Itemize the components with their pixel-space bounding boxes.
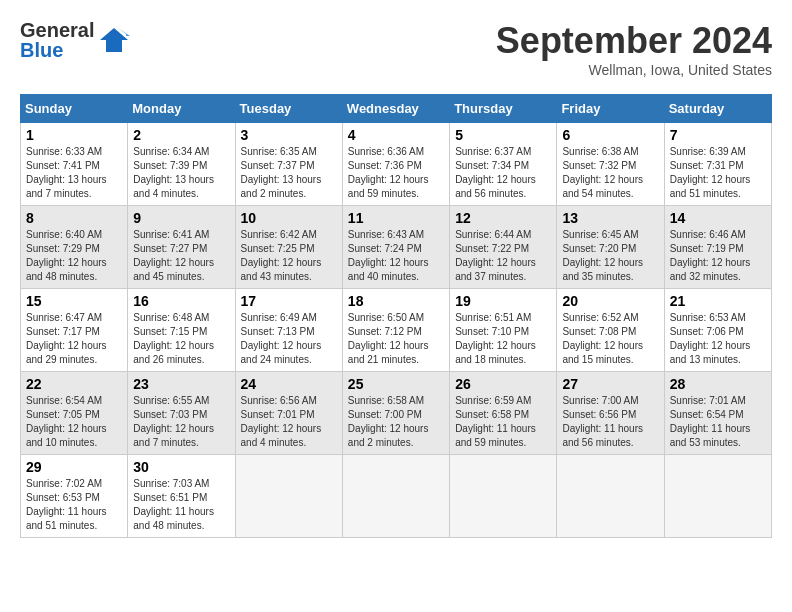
day-info: Sunrise: 6:45 AMSunset: 7:20 PMDaylight:… [562, 228, 658, 284]
calendar-cell: 4Sunrise: 6:36 AMSunset: 7:36 PMDaylight… [342, 123, 449, 206]
day-info: Sunrise: 6:59 AMSunset: 6:58 PMDaylight:… [455, 394, 551, 450]
col-header-thursday: Thursday [450, 95, 557, 123]
title-block: September 2024 Wellman, Iowa, United Sta… [496, 20, 772, 78]
day-number: 29 [26, 459, 122, 475]
day-info: Sunrise: 6:42 AMSunset: 7:25 PMDaylight:… [241, 228, 337, 284]
day-number: 20 [562, 293, 658, 309]
day-number: 18 [348, 293, 444, 309]
day-info: Sunrise: 6:48 AMSunset: 7:15 PMDaylight:… [133, 311, 229, 367]
calendar-cell: 28Sunrise: 7:01 AMSunset: 6:54 PMDayligh… [664, 372, 771, 455]
calendar-cell: 12Sunrise: 6:44 AMSunset: 7:22 PMDayligh… [450, 206, 557, 289]
day-info: Sunrise: 6:49 AMSunset: 7:13 PMDaylight:… [241, 311, 337, 367]
day-number: 26 [455, 376, 551, 392]
logo: General Blue [20, 20, 130, 60]
day-info: Sunrise: 6:44 AMSunset: 7:22 PMDaylight:… [455, 228, 551, 284]
day-info: Sunrise: 6:54 AMSunset: 7:05 PMDaylight:… [26, 394, 122, 450]
calendar-cell: 16Sunrise: 6:48 AMSunset: 7:15 PMDayligh… [128, 289, 235, 372]
day-info: Sunrise: 6:47 AMSunset: 7:17 PMDaylight:… [26, 311, 122, 367]
calendar-cell: 27Sunrise: 7:00 AMSunset: 6:56 PMDayligh… [557, 372, 664, 455]
day-info: Sunrise: 6:53 AMSunset: 7:06 PMDaylight:… [670, 311, 766, 367]
day-info: Sunrise: 6:51 AMSunset: 7:10 PMDaylight:… [455, 311, 551, 367]
day-info: Sunrise: 7:00 AMSunset: 6:56 PMDaylight:… [562, 394, 658, 450]
calendar-cell: 1Sunrise: 6:33 AMSunset: 7:41 PMDaylight… [21, 123, 128, 206]
calendar-week-row: 15Sunrise: 6:47 AMSunset: 7:17 PMDayligh… [21, 289, 772, 372]
calendar-cell: 15Sunrise: 6:47 AMSunset: 7:17 PMDayligh… [21, 289, 128, 372]
day-number: 3 [241, 127, 337, 143]
calendar-cell: 23Sunrise: 6:55 AMSunset: 7:03 PMDayligh… [128, 372, 235, 455]
day-number: 25 [348, 376, 444, 392]
calendar-cell: 13Sunrise: 6:45 AMSunset: 7:20 PMDayligh… [557, 206, 664, 289]
page-header: General Blue September 2024 Wellman, Iow… [20, 20, 772, 78]
day-number: 6 [562, 127, 658, 143]
day-info: Sunrise: 6:37 AMSunset: 7:34 PMDaylight:… [455, 145, 551, 201]
day-info: Sunrise: 6:40 AMSunset: 7:29 PMDaylight:… [26, 228, 122, 284]
day-info: Sunrise: 7:01 AMSunset: 6:54 PMDaylight:… [670, 394, 766, 450]
calendar-cell: 25Sunrise: 6:58 AMSunset: 7:00 PMDayligh… [342, 372, 449, 455]
col-header-monday: Monday [128, 95, 235, 123]
calendar-cell: 5Sunrise: 6:37 AMSunset: 7:34 PMDaylight… [450, 123, 557, 206]
logo-text-blue: Blue [20, 40, 94, 60]
day-info: Sunrise: 6:55 AMSunset: 7:03 PMDaylight:… [133, 394, 229, 450]
col-header-sunday: Sunday [21, 95, 128, 123]
calendar-cell [664, 455, 771, 538]
day-info: Sunrise: 6:35 AMSunset: 7:37 PMDaylight:… [241, 145, 337, 201]
day-info: Sunrise: 7:02 AMSunset: 6:53 PMDaylight:… [26, 477, 122, 533]
calendar-cell: 20Sunrise: 6:52 AMSunset: 7:08 PMDayligh… [557, 289, 664, 372]
calendar-cell: 11Sunrise: 6:43 AMSunset: 7:24 PMDayligh… [342, 206, 449, 289]
day-number: 8 [26, 210, 122, 226]
day-info: Sunrise: 6:58 AMSunset: 7:00 PMDaylight:… [348, 394, 444, 450]
day-info: Sunrise: 6:50 AMSunset: 7:12 PMDaylight:… [348, 311, 444, 367]
day-number: 11 [348, 210, 444, 226]
calendar-cell: 18Sunrise: 6:50 AMSunset: 7:12 PMDayligh… [342, 289, 449, 372]
day-number: 27 [562, 376, 658, 392]
calendar-cell: 6Sunrise: 6:38 AMSunset: 7:32 PMDaylight… [557, 123, 664, 206]
calendar-header-row: SundayMondayTuesdayWednesdayThursdayFrid… [21, 95, 772, 123]
calendar-cell: 26Sunrise: 6:59 AMSunset: 6:58 PMDayligh… [450, 372, 557, 455]
day-number: 30 [133, 459, 229, 475]
calendar-week-row: 22Sunrise: 6:54 AMSunset: 7:05 PMDayligh… [21, 372, 772, 455]
calendar-cell [235, 455, 342, 538]
day-number: 16 [133, 293, 229, 309]
day-number: 7 [670, 127, 766, 143]
calendar-cell: 10Sunrise: 6:42 AMSunset: 7:25 PMDayligh… [235, 206, 342, 289]
day-info: Sunrise: 6:33 AMSunset: 7:41 PMDaylight:… [26, 145, 122, 201]
location: Wellman, Iowa, United States [496, 62, 772, 78]
calendar-cell: 17Sunrise: 6:49 AMSunset: 7:13 PMDayligh… [235, 289, 342, 372]
day-info: Sunrise: 6:34 AMSunset: 7:39 PMDaylight:… [133, 145, 229, 201]
day-info: Sunrise: 6:43 AMSunset: 7:24 PMDaylight:… [348, 228, 444, 284]
day-number: 2 [133, 127, 229, 143]
day-number: 22 [26, 376, 122, 392]
day-number: 12 [455, 210, 551, 226]
col-header-wednesday: Wednesday [342, 95, 449, 123]
calendar-cell: 24Sunrise: 6:56 AMSunset: 7:01 PMDayligh… [235, 372, 342, 455]
calendar-cell: 7Sunrise: 6:39 AMSunset: 7:31 PMDaylight… [664, 123, 771, 206]
day-info: Sunrise: 6:36 AMSunset: 7:36 PMDaylight:… [348, 145, 444, 201]
day-number: 4 [348, 127, 444, 143]
calendar-cell: 14Sunrise: 6:46 AMSunset: 7:19 PMDayligh… [664, 206, 771, 289]
calendar-cell: 19Sunrise: 6:51 AMSunset: 7:10 PMDayligh… [450, 289, 557, 372]
calendar-cell: 30Sunrise: 7:03 AMSunset: 6:51 PMDayligh… [128, 455, 235, 538]
day-number: 9 [133, 210, 229, 226]
day-number: 28 [670, 376, 766, 392]
col-header-friday: Friday [557, 95, 664, 123]
col-header-tuesday: Tuesday [235, 95, 342, 123]
day-number: 24 [241, 376, 337, 392]
calendar-cell: 8Sunrise: 6:40 AMSunset: 7:29 PMDaylight… [21, 206, 128, 289]
calendar-cell: 22Sunrise: 6:54 AMSunset: 7:05 PMDayligh… [21, 372, 128, 455]
day-info: Sunrise: 6:39 AMSunset: 7:31 PMDaylight:… [670, 145, 766, 201]
day-number: 5 [455, 127, 551, 143]
day-number: 1 [26, 127, 122, 143]
calendar-cell: 21Sunrise: 6:53 AMSunset: 7:06 PMDayligh… [664, 289, 771, 372]
day-info: Sunrise: 6:52 AMSunset: 7:08 PMDaylight:… [562, 311, 658, 367]
logo-icon [98, 26, 130, 54]
day-number: 14 [670, 210, 766, 226]
calendar-cell [342, 455, 449, 538]
col-header-saturday: Saturday [664, 95, 771, 123]
calendar-cell: 2Sunrise: 6:34 AMSunset: 7:39 PMDaylight… [128, 123, 235, 206]
day-info: Sunrise: 6:46 AMSunset: 7:19 PMDaylight:… [670, 228, 766, 284]
day-number: 15 [26, 293, 122, 309]
calendar-cell: 9Sunrise: 6:41 AMSunset: 7:27 PMDaylight… [128, 206, 235, 289]
day-number: 10 [241, 210, 337, 226]
calendar-week-row: 8Sunrise: 6:40 AMSunset: 7:29 PMDaylight… [21, 206, 772, 289]
day-info: Sunrise: 7:03 AMSunset: 6:51 PMDaylight:… [133, 477, 229, 533]
